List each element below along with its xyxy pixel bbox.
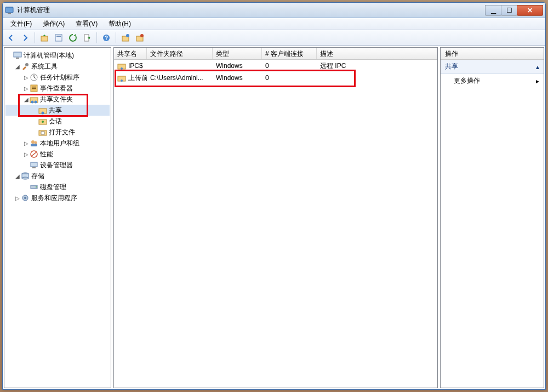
svg-rect-3 [55,35,62,41]
actions-more[interactable]: 更多操作 ▸ [441,74,544,88]
twisty-closed-icon[interactable]: ▷ [23,86,30,92]
svg-point-40 [24,197,26,199]
tree-sessions[interactable]: 会话 [5,116,110,127]
titlebar[interactable]: 计算机管理 [3,3,545,18]
actions-pane-header: 操作 [441,48,544,60]
svg-point-36 [22,177,28,179]
tree-pane: 计算机管理(本地) ◢ 系统工具 ▷ 任务计划程序 ▷ 事件查看器 [4,47,111,388]
cell-folder-path: C:\Users\Admini... [147,72,213,83]
cell-clients: 0 [262,60,317,71]
svg-point-20 [31,101,34,104]
back-button[interactable] [5,32,17,44]
forward-button[interactable] [19,32,31,44]
up-button[interactable] [38,32,50,44]
svg-point-28 [31,140,35,144]
tree-label: 打开文件 [49,128,75,137]
device-manager-icon [30,161,38,169]
share-item-icon [117,73,126,82]
svg-rect-33 [32,167,36,168]
tree-device-manager[interactable]: 设备管理器 [5,160,110,171]
tree-label: 本地用户和组 [40,139,79,148]
svg-rect-17 [32,87,36,88]
col-share-name[interactable]: 共享名 [114,48,147,59]
list-body[interactable]: IPC$ Windows 0 远程 IPC 上传前 C:\Users\Admin… [114,60,437,388]
tree-performance[interactable]: ▷ 性能 [5,149,110,160]
col-desc[interactable]: 描述 [317,48,437,59]
menu-view[interactable]: 查看(V) [71,18,102,30]
event-log-icon [30,84,38,93]
actions-pane: 操作 共享 ▴ 更多操作 ▸ [440,47,544,388]
menu-help[interactable]: 帮助(H) [104,18,135,30]
twisty-open-icon[interactable]: ◢ [23,96,30,103]
maximize-button[interactable] [501,5,517,16]
tree-open-files[interactable]: 打开文件 [5,127,110,138]
twisty-closed-icon[interactable]: ▷ [23,151,30,157]
tree-label: 服务和应用程序 [31,194,77,203]
tree-label: 会话 [49,117,62,126]
svg-rect-30 [31,144,37,146]
svg-rect-4 [56,36,61,37]
toolbar-separator-3 [116,32,116,43]
twisty-closed-icon[interactable]: ▷ [23,75,30,81]
svg-rect-18 [32,88,36,89]
collapse-icon: ▴ [536,63,539,71]
performance-icon [30,150,38,158]
tree-task-scheduler[interactable]: ▷ 任务计划程序 [5,72,110,83]
twisty-open-icon[interactable]: ◢ [14,64,21,70]
close-button[interactable] [517,5,543,16]
tree-label: 共享 [49,106,62,115]
window: 计算机管理 文件(F) 操作(A) 查看(V) 帮助(H) ? [2,2,546,390]
console-tree[interactable]: 计算机管理(本地) ◢ 系统工具 ▷ 任务计划程序 ▷ 事件查看器 [4,48,111,388]
tree-storage[interactable]: ◢ 存储 [5,171,110,181]
actions-group-header[interactable]: 共享 ▴ [441,60,544,74]
tree-shared-folders[interactable]: ◢ 共享文件夹 [5,94,110,105]
tree-label: 系统工具 [31,62,58,71]
tree-local-users[interactable]: ▷ 本地用户和组 [5,138,110,149]
tree-root[interactable]: 计算机管理(本地) [5,50,110,61]
help-button[interactable]: ? [100,32,112,44]
list-pane: 共享名 文件夹路径 类型 # 客户端连接 描述 IPC$ Windows 0 远… [113,47,438,388]
export-button[interactable] [81,32,93,44]
properties-button[interactable] [53,32,65,44]
minimize-button[interactable] [485,5,501,16]
share-icon [38,106,47,115]
menu-file[interactable]: 文件(F) [6,18,36,30]
open-files-icon [38,128,47,137]
menu-action[interactable]: 操作(A) [38,18,69,30]
col-clients[interactable]: # 客户端连接 [262,48,317,59]
cell-desc: 远程 IPC [317,60,437,72]
list-row[interactable]: IPC$ Windows 0 远程 IPC [114,60,437,72]
col-type[interactable]: 类型 [213,48,262,59]
toolbar-separator [35,32,35,43]
refresh-button[interactable] [67,32,79,44]
chevron-right-icon: ▸ [536,77,539,85]
tree-services-apps[interactable]: ▷ 服务和应用程序 [5,192,110,203]
svg-rect-0 [5,7,13,13]
list-row[interactable]: 上传前 C:\Users\Admini... Windows 0 [114,72,437,84]
tree-share[interactable]: 共享 [5,105,110,116]
svg-point-21 [35,101,37,104]
col-folder-path[interactable]: 文件夹路径 [147,48,213,59]
svg-point-14 [25,63,28,66]
window-title: 计算机管理 [17,5,486,15]
sessions-icon [38,117,47,126]
twisty-closed-icon[interactable]: ▷ [23,140,30,146]
share-item-icon [117,61,126,70]
svg-point-42 [121,67,123,70]
twisty-closed-icon[interactable]: ▷ [14,195,21,201]
toolbar-separator-2 [96,32,97,43]
svg-point-29 [35,141,37,144]
tree-system-tools[interactable]: ◢ 系统工具 [5,61,110,72]
tree-label: 设备管理器 [40,161,73,170]
tools-icon [21,62,30,71]
stop-share-button[interactable] [134,32,146,44]
new-share-button[interactable] [119,32,132,44]
twisty-open-icon[interactable]: ◢ [14,173,21,179]
cell-type: Windows [213,60,262,71]
clock-icon [30,73,38,82]
list-header: 共享名 文件夹路径 类型 # 客户端连接 描述 [114,48,437,60]
tree-disk-management[interactable]: 磁盘管理 [5,181,110,192]
tree-event-viewer[interactable]: ▷ 事件查看器 [5,83,110,94]
cell-share-name: 上传前 [114,72,147,84]
svg-rect-27 [41,132,44,134]
